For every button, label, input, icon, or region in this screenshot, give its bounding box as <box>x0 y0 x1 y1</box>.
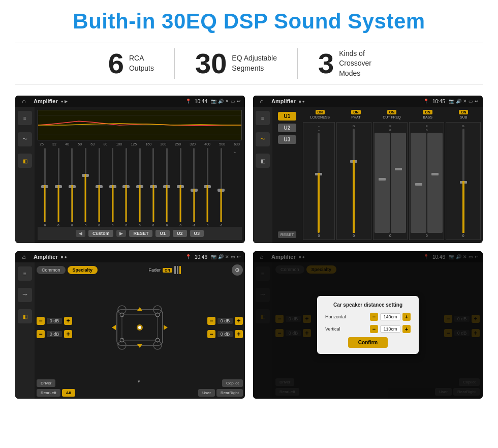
db-value-2: 0 dB <box>47 331 62 337</box>
crossover-u-buttons: U1 U2 U3 RESET <box>274 110 300 240</box>
custom-preset[interactable]: Custom <box>88 230 114 237</box>
home-icon-3[interactable]: ⌂ <box>19 252 28 261</box>
reset-crossover[interactable]: RESET <box>278 231 297 238</box>
eq-slider-4[interactable]: 5 <box>79 148 92 227</box>
plus-btn-3[interactable]: + <box>235 317 243 325</box>
cutfreq-slider-f[interactable] <box>375 133 390 233</box>
minus-btn-3[interactable]: − <box>207 317 215 325</box>
volume-icon: 🔊 <box>218 99 224 104</box>
speaker-side-btn-2[interactable]: ◧ <box>256 154 270 168</box>
eq-slider-9[interactable]: 0 <box>147 148 160 227</box>
all-btn[interactable]: All <box>62 389 75 397</box>
phat-slider[interactable] <box>353 129 355 233</box>
home-icon[interactable]: ⌂ <box>19 97 28 106</box>
eq-slider-8[interactable]: 0 <box>134 148 146 227</box>
bass-slider-f[interactable] <box>411 133 426 233</box>
eq-slider-2[interactable]: 0 <box>52 148 65 227</box>
eq-slider-6[interactable]: 0 <box>106 148 119 227</box>
loudness-slider[interactable] <box>318 133 320 233</box>
plus-btn-4[interactable]: + <box>235 330 243 338</box>
u1-select[interactable]: U1 <box>278 112 296 121</box>
settings-icon[interactable]: ⚙ <box>232 264 243 276</box>
tab-common-3[interactable]: Common <box>37 266 66 274</box>
on-badge-sub: ON <box>459 110 469 114</box>
time-display-2: 10:45 <box>432 99 445 104</box>
loudness-label: LOUDNESS <box>310 115 330 119</box>
back-icon-2[interactable]: ↩ <box>475 99 479 104</box>
eq-slider-7[interactable]: 0 <box>120 148 133 227</box>
down-arrow: ▼ <box>137 379 141 387</box>
vertical-row: Vertical − 110cm + <box>325 325 411 333</box>
copilot-btn[interactable]: Copilot <box>222 379 243 387</box>
prev-btn[interactable]: ◀ <box>76 230 85 237</box>
eq-slider-10[interactable]: 0 <box>161 148 173 227</box>
eq-curve-area <box>38 110 242 140</box>
screen-distance: ⌂ Amplifier ■ ● 📍 10:46 📷 🔊 ✕ ▭ ↩ ≡ 〜 <box>253 251 483 399</box>
eq-labels: 25 32 40 50 63 80 100 125 160 200 250 32… <box>38 142 242 146</box>
screenshots-grid: ⌂ Amplifier ● ▶ 📍 10:44 📷 🔊 ✕ ▭ ↩ ≡ 〜 ◧ <box>15 96 483 399</box>
next-btn[interactable]: ▶ <box>116 230 126 237</box>
cutfreq-slider-g[interactable] <box>391 133 406 233</box>
db-control-bottomright: − 0 dB + <box>207 329 243 339</box>
eq-slider-15[interactable]: » <box>228 148 241 227</box>
eq-slider-12[interactable]: -1 <box>188 148 200 227</box>
on-badge-cutfreq: ON <box>387 110 397 114</box>
rearright-btn[interactable]: RearRight <box>216 389 243 397</box>
status-icons-1: 📍 10:44 📷 🔊 ✕ ▭ ↩ <box>185 99 241 104</box>
u2-select[interactable]: U2 <box>278 124 296 132</box>
wave-side-btn-3[interactable]: 〜 <box>18 288 32 302</box>
screen-crossover: ⌂ Amplifier ■ ● 📍 10:45 📷 🔊 ✕ ▭ ↩ ≡ 〜 ◧ <box>253 96 483 243</box>
vertical-minus[interactable]: − <box>370 325 378 333</box>
battery-icon-2: ▭ <box>469 99 473 104</box>
eq-slider-5[interactable]: 0 <box>93 148 106 227</box>
eq-side-btn-2[interactable]: ≡ <box>256 111 270 125</box>
tab-specialty-3[interactable]: Specialty <box>68 266 98 274</box>
driver-btn[interactable]: Driver <box>37 379 55 387</box>
eq-slider-14[interactable]: -1 <box>215 148 228 227</box>
speaker-side-btn-3[interactable]: ◧ <box>18 309 32 323</box>
close-icon-2: ✕ <box>463 99 467 104</box>
back-icon[interactable]: ↩ <box>237 99 241 104</box>
home-icon-2[interactable]: ⌂ <box>257 97 266 106</box>
minus-btn-2[interactable]: − <box>37 330 45 338</box>
wave-side-btn[interactable]: 〜 <box>18 132 32 146</box>
eq-slider-13[interactable]: 0 <box>201 148 214 227</box>
eq-slider-1[interactable]: 0 <box>39 148 51 227</box>
rearleft-btn[interactable]: RearLeft <box>37 389 60 397</box>
speaker-side-btn[interactable]: ◧ <box>18 154 32 168</box>
fader-sliders <box>174 266 181 274</box>
u3-btn-1[interactable]: U3 <box>190 230 204 237</box>
plus-btn-1[interactable]: + <box>64 317 72 325</box>
eq-slider-11[interactable]: 0 <box>174 148 187 227</box>
plus-btn-2[interactable]: + <box>64 330 72 338</box>
vertical-plus[interactable]: + <box>402 325 411 333</box>
u2-btn-1[interactable]: U2 <box>173 230 187 237</box>
eq-side-btn-3[interactable]: ≡ <box>18 266 32 281</box>
u3-select[interactable]: U3 <box>278 135 296 144</box>
svg-point-10 <box>138 326 141 329</box>
wave-side-btn-2[interactable]: 〜 <box>256 132 270 146</box>
confirm-button[interactable]: Confirm <box>348 337 388 348</box>
eq-main: 25 32 40 50 63 80 100 125 160 200 250 32… <box>35 107 245 243</box>
horizontal-label: Horizontal <box>325 314 370 319</box>
close-icon-3: ✕ <box>225 254 229 259</box>
eq-side-btn[interactable]: ≡ <box>18 111 32 125</box>
db-value-1: 0 dB <box>47 318 62 324</box>
reset-btn-1[interactable]: RESET <box>129 230 152 237</box>
side-controls-3: ≡ 〜 ◧ <box>15 262 35 399</box>
bass-slider-g[interactable] <box>427 133 443 233</box>
horizontal-minus[interactable]: − <box>370 313 378 321</box>
minus-btn-1[interactable]: − <box>37 317 45 325</box>
stat-rca-text: RCA Outputs <box>129 53 154 73</box>
sub-slider[interactable] <box>462 129 464 233</box>
horizontal-plus[interactable]: + <box>402 313 411 321</box>
eq-slider-3[interactable]: 0 <box>66 148 78 227</box>
screen2-content: ≡ 〜 ◧ U1 U2 U3 RESET <box>253 107 483 243</box>
status-bar-1: ⌂ Amplifier ● ▶ 📍 10:44 📷 🔊 ✕ ▭ ↩ <box>15 96 245 107</box>
fader-on-badge: ON <box>163 268 172 273</box>
fader-label: Fader <box>149 267 161 273</box>
minus-btn-4[interactable]: − <box>207 330 215 338</box>
u1-btn-1[interactable]: U1 <box>155 230 170 237</box>
back-icon-3[interactable]: ↩ <box>237 254 241 259</box>
user-btn[interactable]: User <box>198 389 215 397</box>
